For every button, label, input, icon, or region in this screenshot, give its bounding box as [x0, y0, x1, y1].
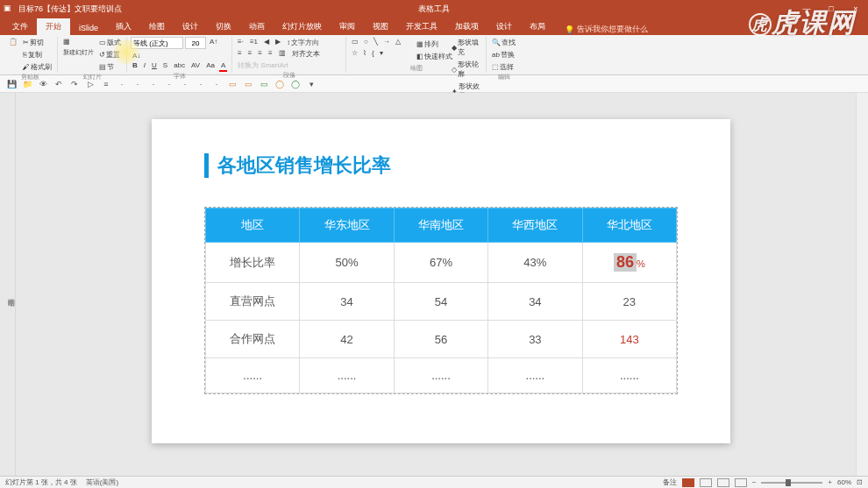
tab-view[interactable]: 视图: [364, 18, 397, 35]
tab-animations[interactable]: 动画: [240, 18, 274, 35]
table-cell[interactable]: ......: [488, 358, 582, 393]
sorter-view-button[interactable]: [700, 478, 712, 487]
table-cell[interactable]: 42: [300, 321, 394, 358]
tab-table-design[interactable]: 设计: [487, 18, 521, 35]
table-cell[interactable]: 33: [488, 321, 582, 358]
shrink-font-button[interactable]: A↓: [131, 51, 142, 60]
slideshow-view-button[interactable]: [735, 478, 747, 487]
italic-button[interactable]: I: [142, 60, 147, 70]
align-text-button[interactable]: 对齐文本: [290, 48, 322, 60]
close-button[interactable]: ×: [847, 4, 864, 13]
table-row: 合作网点425633143: [206, 321, 677, 358]
text-direction-button[interactable]: ↕ 文字方向: [285, 37, 321, 48]
underline-button[interactable]: U: [150, 60, 159, 70]
maximize-button[interactable]: □: [822, 4, 840, 13]
table-cell[interactable]: 54: [394, 283, 487, 321]
tab-insert[interactable]: 插入: [107, 18, 140, 35]
align-center-button[interactable]: ≡: [246, 48, 254, 58]
select-button[interactable]: ⬚ 选择: [490, 61, 517, 73]
table-cell[interactable]: 86%: [582, 243, 676, 283]
zoom-slider[interactable]: [761, 482, 822, 484]
tab-slideshow[interactable]: 幻灯片放映: [274, 18, 331, 35]
justify-button[interactable]: ≡: [267, 48, 274, 58]
shape-star-icon[interactable]: ☆: [350, 48, 359, 58]
shadow-button[interactable]: abc: [172, 60, 187, 70]
shape-triangle-icon[interactable]: △: [394, 37, 402, 46]
replace-button[interactable]: ab 替换: [490, 49, 517, 60]
tab-transitions[interactable]: 切换: [207, 18, 240, 35]
shape-fill-button[interactable]: ◆ 形状填充: [450, 37, 486, 58]
thumbnail-rail[interactable]: 缩略图: [0, 93, 16, 476]
copy-button[interactable]: ⎘ 复制: [21, 49, 53, 60]
indent-inc-button[interactable]: ▶: [274, 37, 282, 46]
format-painter-button[interactable]: 🖌 格式刷: [21, 61, 53, 73]
font-name-select[interactable]: [131, 37, 183, 49]
quick-style-button[interactable]: ◧ 快速样式: [415, 51, 454, 62]
reset-button[interactable]: ↺ 重置: [97, 49, 123, 60]
align-left-button[interactable]: ≡: [236, 48, 244, 58]
shape-brace-icon[interactable]: {: [370, 48, 376, 58]
shape-more-icon[interactable]: ▾: [378, 48, 385, 58]
zoom-level[interactable]: 60%: [837, 478, 851, 486]
tab-home[interactable]: 开始: [37, 18, 70, 35]
table-cell[interactable]: 34: [300, 283, 394, 321]
reading-view-button[interactable]: [717, 478, 729, 487]
tell-me-search[interactable]: 💡 告诉我你想要做什么: [565, 24, 648, 35]
zoom-in-button[interactable]: +: [828, 478, 832, 486]
table-cell[interactable]: ......: [394, 358, 487, 393]
numbering-button[interactable]: ≡1: [248, 37, 260, 46]
table-cell[interactable]: 143: [582, 321, 676, 358]
tab-file[interactable]: 文件: [4, 18, 37, 35]
table-cell[interactable]: 34: [488, 283, 582, 321]
tab-design[interactable]: 设计: [174, 18, 207, 35]
tab-islide[interactable]: iSlide: [70, 21, 107, 35]
layout-button[interactable]: ▭ 版式: [97, 37, 123, 48]
notes-button[interactable]: 备注: [663, 477, 677, 487]
font-color-button[interactable]: A: [219, 60, 227, 72]
language-indicator[interactable]: 英语(美国): [86, 477, 118, 487]
shape-arrow-icon[interactable]: →: [381, 37, 392, 46]
font-size-input[interactable]: [185, 37, 206, 49]
tab-addin[interactable]: 加载项: [446, 18, 487, 35]
slide-canvas[interactable]: 各地区销售增长比率 地区华东地区华南地区华西地区华北地区 增长比率50%67%4…: [16, 93, 856, 476]
tab-draw[interactable]: 绘图: [140, 18, 174, 35]
new-slide-button[interactable]: ▦: [61, 37, 96, 46]
tab-table-layout[interactable]: 布局: [521, 18, 554, 35]
grow-font-button[interactable]: A↑: [208, 37, 219, 46]
table-cell[interactable]: ......: [300, 358, 394, 393]
table-cell[interactable]: 23: [582, 283, 676, 321]
font-label: 字体: [131, 72, 228, 81]
shape-line-icon[interactable]: ╲: [372, 37, 380, 46]
align-right-button[interactable]: ≡: [256, 48, 264, 58]
table-cell[interactable]: 50%: [300, 243, 394, 283]
spacing-button[interactable]: AV: [189, 60, 202, 70]
indent-dec-button[interactable]: ◀: [262, 37, 271, 46]
table-cell[interactable]: ......: [582, 358, 676, 393]
shape-circle-icon[interactable]: ○: [362, 37, 370, 46]
find-button[interactable]: 🔍 查找: [490, 37, 517, 48]
minimize-button[interactable]: —: [798, 4, 815, 13]
shape-curve-icon[interactable]: ⌇: [361, 48, 368, 58]
shape-rect-icon[interactable]: ▭: [350, 37, 360, 46]
table-cell[interactable]: 56: [394, 321, 487, 358]
tab-developer[interactable]: 开发工具: [397, 18, 446, 35]
shape-outline-button[interactable]: ◇ 形状轮廓: [450, 59, 486, 80]
tab-review[interactable]: 审阅: [331, 18, 364, 35]
strike-button[interactable]: S: [161, 60, 169, 70]
bold-button[interactable]: B: [131, 60, 139, 70]
arrange-button[interactable]: ▦ 排列: [415, 39, 454, 50]
fit-button[interactable]: ⊡: [857, 478, 863, 486]
case-button[interactable]: Aa: [204, 60, 217, 70]
zoom-out-button[interactable]: −: [752, 478, 757, 486]
paste-button[interactable]: 📋: [7, 37, 19, 46]
columns-button[interactable]: ▥: [277, 48, 288, 58]
smartart-button[interactable]: 转换为 SmartArt: [236, 60, 290, 71]
normal-view-button[interactable]: [682, 478, 694, 487]
table-cell[interactable]: 67%: [394, 243, 487, 283]
data-table[interactable]: 地区华东地区华南地区华西地区华北地区 增长比率50%67%43%86%直营网点3…: [204, 207, 678, 394]
cut-button[interactable]: ✂ 剪切: [21, 37, 53, 48]
vertical-scrollbar[interactable]: [856, 93, 868, 476]
bullets-button[interactable]: ≡·: [236, 37, 245, 46]
table-cell[interactable]: 43%: [488, 243, 582, 283]
section-button[interactable]: ▤ 节: [97, 61, 123, 73]
